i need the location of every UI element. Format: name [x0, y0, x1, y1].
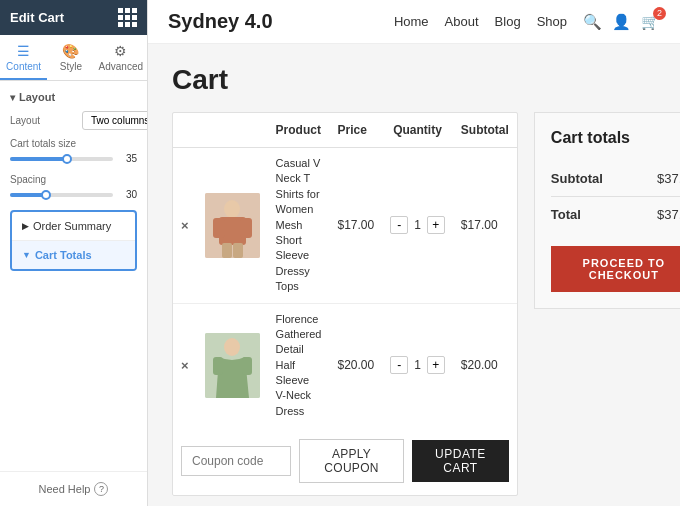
product-subtotal-1: $17.00 [453, 148, 517, 304]
cart-totals-label: Cart Totals [35, 249, 92, 261]
col-price: Price [329, 113, 382, 148]
cart-totals-panel: Cart totals Subtotal $37.00 Total $37.00… [534, 112, 680, 496]
qty-decrease-1[interactable]: - [390, 216, 408, 234]
svg-point-1 [224, 200, 240, 218]
panel-title: Edit Cart [10, 10, 64, 25]
qty-control-1: - 1 + [390, 216, 445, 234]
main-content: Sydney 4.0 Home About Blog Shop 🔍 👤 🛒 2 … [148, 0, 680, 506]
style-icon: 🎨 [62, 43, 79, 59]
edit-cart-panel: Edit Cart ☰ Content 🎨 Style ⚙ Advanced ▾… [0, 0, 148, 506]
cart-totals-size-track[interactable] [10, 157, 113, 161]
svg-rect-10 [242, 357, 252, 375]
qty-decrease-2[interactable]: - [390, 356, 408, 374]
remove-item-1[interactable]: × [181, 218, 189, 233]
layout-row: Layout Two columns One column [10, 111, 137, 130]
qty-control-2: - 1 + [390, 356, 445, 374]
total-value: $37.00 [657, 207, 680, 222]
layout-section-title: ▾ Layout [10, 91, 137, 103]
nav-shop[interactable]: Shop [537, 14, 567, 29]
help-icon[interactable]: ? [94, 482, 108, 496]
subtotal-row: Subtotal $37.00 [551, 161, 680, 197]
coupon-input[interactable] [181, 446, 291, 476]
col-quantity: Quantity [382, 113, 453, 148]
spacing-row: Spacing 30 [10, 174, 137, 200]
checkout-button[interactable]: PROCEED TO CHECKOUT [551, 246, 680, 292]
product-subtotal-2: $20.00 [453, 303, 517, 427]
panel-tabs: ☰ Content 🎨 Style ⚙ Advanced [0, 35, 147, 81]
site-title: Sydney 4.0 [168, 10, 273, 33]
col-subtotal: Subtotal [453, 113, 517, 148]
svg-rect-9 [213, 357, 223, 375]
tab-advanced-label: Advanced [99, 61, 143, 72]
product-image-2 [205, 333, 260, 398]
nav-home[interactable]: Home [394, 14, 429, 29]
product-price-2: $20.00 [329, 303, 382, 427]
tab-style[interactable]: 🎨 Style [47, 35, 94, 80]
nav-about[interactable]: About [445, 14, 479, 29]
tab-content[interactable]: ☰ Content [0, 35, 47, 80]
spacing-slider-container: 30 [10, 189, 137, 200]
content-icon: ☰ [17, 43, 30, 59]
cart-totals-size-fill [10, 157, 67, 161]
cart-table: Product Price Quantity Subtotal × [173, 113, 517, 427]
layout-label: Layout [10, 115, 78, 126]
qty-value-2: 1 [414, 358, 421, 372]
panel-sections: ▶ Order Summary ▼ Cart Totals [10, 210, 137, 271]
cart-totals-size-slider-container: 35 [10, 153, 137, 164]
order-summary-label: Order Summary [33, 220, 111, 232]
advanced-icon: ⚙ [114, 43, 127, 59]
search-icon[interactable]: 🔍 [583, 13, 602, 31]
layout-select[interactable]: Two columns One column [82, 111, 147, 130]
cart-totals-size-label: Cart totals size [10, 138, 137, 149]
cart-icon-wrap[interactable]: 🛒 2 [641, 13, 660, 31]
col-remove [173, 113, 197, 148]
product-name-2: Florence Gathered Detail Half Sleeve V-N… [276, 312, 322, 420]
svg-rect-3 [213, 218, 225, 238]
tab-content-label: Content [6, 61, 41, 72]
total-row: Total $37.00 [551, 197, 680, 232]
cart-totals-title: Cart totals [551, 129, 680, 147]
qty-increase-2[interactable]: + [427, 356, 445, 374]
nav-blog[interactable]: Blog [495, 14, 521, 29]
page-body: Cart Product Price Quantity Subtotal [148, 44, 680, 506]
cart-badge: 2 [653, 7, 666, 20]
need-help[interactable]: Need Help ? [0, 471, 147, 506]
need-help-text: Need Help [39, 483, 91, 495]
product-image-1 [205, 193, 260, 258]
spacing-value: 30 [117, 189, 137, 200]
grid-icon[interactable] [118, 8, 137, 27]
cart-totals-size-value: 35 [117, 153, 137, 164]
tab-style-label: Style [60, 61, 82, 72]
product-price-1: $17.00 [329, 148, 382, 304]
table-row: × [173, 303, 517, 427]
col-img [197, 113, 268, 148]
total-label: Total [551, 207, 581, 222]
svg-rect-5 [222, 243, 232, 258]
col-product: Product [268, 113, 330, 148]
update-cart-button[interactable]: UPDATE CART [412, 440, 509, 482]
spacing-thumb[interactable] [41, 190, 51, 200]
page-heading: Cart [172, 64, 656, 96]
user-icon[interactable]: 👤 [612, 13, 631, 31]
order-summary-section[interactable]: ▶ Order Summary [12, 212, 135, 241]
cart-totals-size-thumb[interactable] [62, 154, 72, 164]
site-header: Sydney 4.0 Home About Blog Shop 🔍 👤 🛒 2 [148, 0, 680, 44]
cart-layout: Product Price Quantity Subtotal × [172, 112, 656, 496]
tab-advanced[interactable]: ⚙ Advanced [95, 35, 147, 80]
qty-increase-1[interactable]: + [427, 216, 445, 234]
table-row: × [173, 148, 517, 304]
spacing-track[interactable] [10, 193, 113, 197]
cart-totals-arrow: ▼ [22, 250, 31, 260]
svg-rect-4 [240, 218, 252, 238]
cart-totals-section[interactable]: ▼ Cart Totals [12, 241, 135, 269]
product-name-1: Casual V Neck T Shirts for Women Mesh Sh… [276, 156, 322, 295]
apply-coupon-button[interactable]: APPLY COUPON [299, 439, 404, 483]
cart-actions: APPLY COUPON UPDATE CART [173, 427, 517, 495]
cart-table-wrap: Product Price Quantity Subtotal × [172, 112, 518, 496]
spacing-label: Spacing [10, 174, 137, 185]
panel-body: ▾ Layout Layout Two columns One column C… [0, 81, 147, 471]
remove-item-2[interactable]: × [181, 358, 189, 373]
cart-totals-size-row: Cart totals size 35 [10, 138, 137, 164]
layout-arrow: ▾ [10, 92, 15, 103]
subtotal-label: Subtotal [551, 171, 603, 186]
